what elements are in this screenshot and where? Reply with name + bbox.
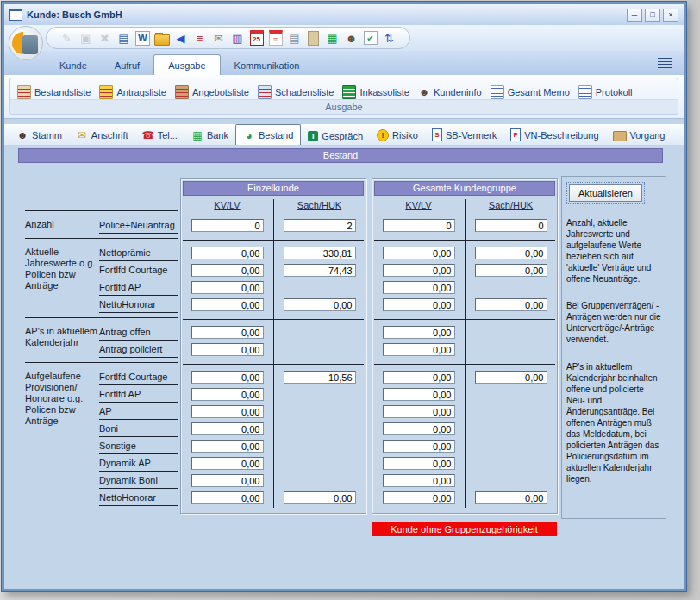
- calendar-list-icon[interactable]: ≡: [269, 30, 283, 46]
- bullet-list-icon[interactable]: ≡: [191, 30, 208, 47]
- gruppe-kvlv-antrag-offen-input[interactable]: [383, 326, 455, 339]
- menu-icon[interactable]: [658, 58, 672, 68]
- angebot-list-icon: [175, 85, 189, 99]
- einzelkunde-kvlv-fortlfd-ap-input[interactable]: [191, 281, 264, 294]
- inkassoliste-button[interactable]: Inkassoliste: [342, 85, 409, 99]
- gruppe-kvlv-fortlfd-ap-input[interactable]: [383, 281, 455, 294]
- gruppe-kvlv-antrag-policiert-input[interactable]: [383, 343, 455, 356]
- scroll-icon[interactable]: [308, 31, 319, 46]
- protokoll-button[interactable]: Protokoll: [578, 85, 633, 99]
- bestand-page: Bestand Anzahl Police+Neuantrag Aktuelle…: [4, 145, 684, 589]
- calendar-icon[interactable]: 25: [250, 30, 264, 46]
- gruppe-sachhuk-prov-fortlfd-courtage-input[interactable]: [475, 371, 547, 384]
- einzelkunde-kvlv-prov-dynamik-boni-input[interactable]: [191, 474, 264, 487]
- einzelkunde-kvlv-fortlfd-courtage-input[interactable]: [191, 264, 264, 277]
- subtab-vorgang[interactable]: Vorgang: [606, 125, 672, 145]
- sub-tab-strip: ☻Stamm ✉Anschrift ☎Tel... ▦Bank ◕Bestand…: [4, 124, 684, 146]
- save-icon[interactable]: ▣: [78, 30, 94, 47]
- bestandsliste-button[interactable]: Bestandsliste: [17, 85, 91, 99]
- gesamt-memo-button[interactable]: Gesamt Memo: [491, 85, 570, 99]
- einzelkunde-kvlv-prov-nettohonorar-input[interactable]: [191, 491, 264, 504]
- section-divider: [25, 313, 178, 323]
- folder-icon[interactable]: [154, 34, 170, 46]
- subtab-risiko[interactable]: !Risiko: [370, 126, 425, 145]
- section-divider: [181, 235, 366, 246]
- einzelkunde-sachhuk-nettohonorar-input[interactable]: [284, 298, 356, 311]
- subtab-anschrift[interactable]: ✉Anschrift: [69, 126, 135, 145]
- subtab-sb-vermerk[interactable]: SSB-Vermerk: [425, 125, 503, 145]
- gruppe-sachhuk-nettohonorar-input[interactable]: [475, 298, 547, 311]
- document-check-icon[interactable]: ✔: [364, 31, 378, 45]
- table-icon[interactable]: ▦: [324, 30, 341, 47]
- label-antrag-policiert: Antrag policiert: [99, 341, 178, 358]
- tab-ausgabe[interactable]: Ausgabe: [153, 54, 220, 75]
- document-icon[interactable]: ▤: [286, 30, 303, 47]
- gruppe-kvlv-prov-ap-input[interactable]: [383, 405, 455, 418]
- einzelkunde-kvlv-prov-sonstige-input[interactable]: [191, 440, 264, 453]
- tab-kommunikation[interactable]: Kommunikation: [221, 55, 314, 75]
- tab-kunde[interactable]: Kunde: [46, 55, 101, 75]
- einzelkunde-kvlv-prov-fortlfd-ap-input[interactable]: [191, 388, 264, 401]
- person-chart-icon[interactable]: ▥: [229, 30, 246, 47]
- gruppe-kvlv-prov-dynamik-boni-input[interactable]: [383, 474, 455, 487]
- category-aktuelle-jahreswerte: Aktuelle Jahreswerte o.g. Policen bzw An…: [25, 244, 99, 313]
- word-export-icon[interactable]: W: [135, 31, 150, 46]
- gruppe-kvlv-prov-sonstige-input[interactable]: [383, 440, 455, 453]
- einzelkunde-kvlv-prov-dynamik-ap-input[interactable]: [191, 457, 264, 470]
- angebotsliste-button[interactable]: Angebotsliste: [175, 85, 249, 99]
- gruppe-kvlv-nettohonorar-input[interactable]: [383, 298, 455, 311]
- gruppe-kvlv-nettopraemie-input[interactable]: [383, 247, 455, 259]
- subtab-bestand[interactable]: ◕Bestand: [235, 124, 301, 146]
- bestandsliste-label: Bestandsliste: [34, 87, 91, 97]
- schadensliste-button[interactable]: Schadensliste: [258, 85, 334, 99]
- einzelkunde-kvlv-nettohonorar-input[interactable]: [191, 298, 264, 311]
- back-icon[interactable]: ◀: [172, 30, 189, 47]
- kundeninfo-button[interactable]: ☻Kundeninfo: [418, 86, 482, 98]
- gruppe-kvlv-fortlfd-courtage-input[interactable]: [383, 264, 455, 277]
- einzelkunde-kvlv-prov-fortlfd-courtage-input[interactable]: [191, 371, 264, 384]
- gruppe-kvlv-prov-dynamik-ap-input[interactable]: [383, 457, 455, 470]
- close-button[interactable]: ×: [663, 9, 678, 22]
- tab-aufruf[interactable]: Aufruf: [101, 55, 153, 75]
- einzelkunde-kvlv-prov-boni-input[interactable]: [191, 422, 264, 435]
- antragsliste-button[interactable]: Antragsliste: [99, 85, 166, 99]
- delete-icon[interactable]: ✖: [97, 30, 113, 47]
- subtab-stamm[interactable]: ☻Stamm: [9, 126, 69, 145]
- aktualisieren-button[interactable]: Aktualisieren: [569, 184, 642, 202]
- restore-button[interactable]: □: [645, 9, 660, 22]
- einzelkunde-sachhuk-fortlfd-courtage-input[interactable]: [284, 264, 356, 277]
- gruppe-sachhuk-police-neuantrag-input[interactable]: [475, 219, 547, 232]
- einzelkunde-sachhuk-police-neuantrag-input[interactable]: [284, 219, 356, 232]
- minimize-button[interactable]: ─: [627, 9, 642, 22]
- sort-icon[interactable]: ⇅: [381, 30, 397, 47]
- gruppe-kvlv-prov-fortlfd-courtage-input[interactable]: [383, 371, 455, 384]
- edit-icon[interactable]: ✎: [59, 30, 75, 47]
- gruppe-kvlv-prov-fortlfd-ap-input[interactable]: [383, 388, 455, 401]
- subtab-gespraech[interactable]: TGespräch: [301, 128, 370, 145]
- mail-icon[interactable]: ✉: [210, 30, 227, 47]
- einzelkunde-kvlv-antrag-policiert-input[interactable]: [191, 343, 264, 356]
- einzelkunde-kvlv-nettopraemie-input[interactable]: [191, 247, 264, 259]
- subtab-tel[interactable]: ☎Tel...: [135, 126, 184, 145]
- gruppe-kvlv-header: KV/LV: [372, 196, 465, 216]
- label-antrag-offen: Antrag offen: [99, 323, 178, 341]
- notes-icon[interactable]: ▤: [116, 30, 132, 47]
- einzelkunde-kvlv-police-neuantrag-input[interactable]: [191, 219, 264, 232]
- gruppe-sachhuk-nettopraemie-input[interactable]: [475, 247, 547, 259]
- einzelkunde-kvlv-prov-ap-input[interactable]: [191, 405, 264, 418]
- gruppe-kvlv-prov-nettohonorar-input[interactable]: [383, 491, 455, 504]
- section-divider: [372, 315, 557, 325]
- subtab-bank[interactable]: ▦Bank: [184, 126, 235, 145]
- gruppe-sachhuk-prov-nettohonorar-input[interactable]: [475, 491, 547, 504]
- gruppe-kvlv-police-neuantrag-input[interactable]: [383, 219, 455, 232]
- subtab-vn-beschreibung[interactable]: PVN-Beschreibung: [503, 125, 605, 145]
- einzelkunde-sachhuk-prov-fortlfd-courtage-input[interactable]: [284, 371, 356, 384]
- gruppe-sachhuk-fortlfd-courtage-input[interactable]: [475, 264, 547, 277]
- einzelkunde-sachhuk-prov-nettohonorar-input[interactable]: [284, 491, 356, 504]
- info-paragraph-2: Bei Gruppenverträgen/ -Anträgen werden n…: [566, 300, 661, 345]
- people-icon[interactable]: ☻: [343, 30, 359, 47]
- einzelkunde-sachhuk-nettopraemie-input[interactable]: [284, 247, 356, 259]
- einzelkunde-kvlv-antrag-offen-input[interactable]: [191, 326, 264, 339]
- gruppe-kvlv-prov-boni-input[interactable]: [383, 422, 455, 435]
- toolbar-icon-group: ✎ ▣ ✖ ▤ W ◀ ≡ ✉ ▥ 25 ≡ ▤ ▦ ☻ ✔ ⇅: [46, 27, 410, 49]
